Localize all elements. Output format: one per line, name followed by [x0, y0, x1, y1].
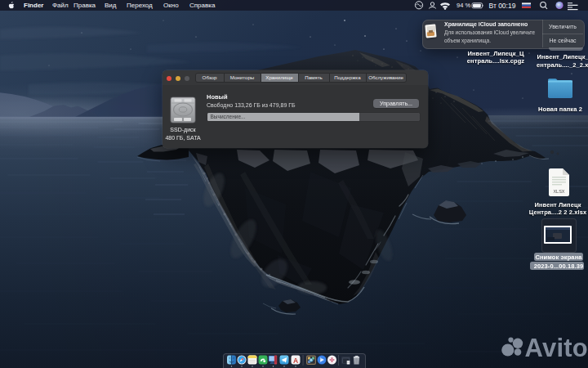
- svg-text:XLSX: XLSX: [553, 189, 564, 194]
- svg-text:Avito: Avito: [525, 334, 588, 361]
- svg-text:A: A: [293, 357, 298, 365]
- svg-text:94 %: 94 %: [457, 2, 470, 9]
- svg-text:Вт 00:19: Вт 00:19: [489, 2, 516, 10]
